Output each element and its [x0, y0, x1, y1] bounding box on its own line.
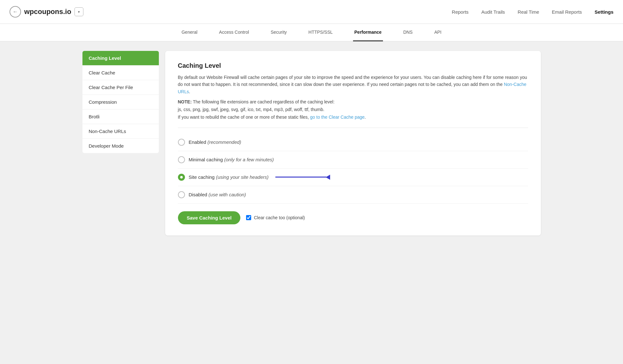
save-section: Save Caching Level Clear cache too (opti… — [178, 211, 528, 224]
tab-access-control[interactable]: Access Control — [218, 24, 250, 41]
sidebar: Caching Level Clear Cache Clear Cache Pe… — [82, 51, 159, 235]
description-text: By default our Website Firewall will cac… — [178, 74, 528, 95]
header-left: ← wpcoupons.io ▾ — [10, 6, 452, 18]
radio-option-minimal[interactable]: Minimal caching (only for a few minutes) — [178, 151, 528, 169]
tab-https-ssl[interactable]: HTTPS/SSL — [307, 24, 334, 41]
nav-real-time[interactable]: Real Time — [518, 9, 539, 15]
back-button[interactable]: ← — [10, 6, 21, 18]
radio-site-caching[interactable] — [178, 174, 185, 181]
sidebar-item-non-cache-urls[interactable]: Non-Cache URLs — [82, 124, 159, 139]
app-header: ← wpcoupons.io ▾ Reports Audit Trails Re… — [0, 0, 623, 24]
radio-option-enabled[interactable]: Enabled (recommended) — [178, 134, 528, 151]
radio-option-disabled[interactable]: Disabled (use with caution) — [178, 186, 528, 204]
radio-label-site-caching: Site caching (using your site headers) — [189, 174, 269, 180]
clear-cache-checkbox-text: Clear cache too (optional) — [254, 215, 305, 220]
site-name: wpcoupons.io — [24, 8, 71, 16]
clear-cache-checkbox[interactable] — [246, 215, 251, 220]
arrow-head — [326, 175, 330, 180]
radio-label-enabled: Enabled (recommended) — [189, 139, 241, 145]
sidebar-item-developer-mode[interactable]: Developer Mode — [82, 139, 159, 153]
content-divider — [178, 128, 528, 128]
nav-reports[interactable]: Reports — [452, 9, 469, 15]
tab-security[interactable]: Security — [269, 24, 288, 41]
tab-dns[interactable]: DNS — [402, 24, 414, 41]
save-caching-level-button[interactable]: Save Caching Level — [178, 211, 241, 224]
nav-settings[interactable]: Settings — [595, 9, 613, 15]
dropdown-icon: ▾ — [78, 10, 80, 14]
sidebar-item-caching-level[interactable]: Caching Level — [82, 51, 159, 66]
nav-email-reports[interactable]: Email Reports — [552, 9, 582, 15]
radio-minimal[interactable] — [178, 156, 185, 163]
radio-disabled[interactable] — [178, 191, 185, 198]
sidebar-item-compression[interactable]: Compression — [82, 95, 159, 109]
sidebar-item-clear-cache[interactable]: Clear Cache — [82, 66, 159, 80]
clear-cache-page-link[interactable]: go to the Clear Cache page — [310, 115, 365, 120]
sidebar-item-brotli[interactable]: Brotli — [82, 109, 159, 124]
sidebar-item-clear-cache-per-file[interactable]: Clear Cache Per File — [82, 80, 159, 95]
tab-performance[interactable]: Performance — [353, 24, 383, 41]
clear-cache-checkbox-label[interactable]: Clear cache too (optional) — [246, 215, 305, 220]
radio-option-site-caching[interactable]: Site caching (using your site headers) — [178, 169, 528, 186]
radio-label-disabled: Disabled (use with caution) — [189, 192, 246, 197]
radio-enabled[interactable] — [178, 139, 185, 146]
main-layout: Caching Level Clear Cache Clear Cache Pe… — [73, 41, 550, 245]
back-icon: ← — [13, 9, 18, 15]
radio-label-minimal: Minimal caching (only for a few minutes) — [189, 157, 274, 162]
header-nav: Reports Audit Trails Real Time Email Rep… — [452, 9, 613, 15]
arrow-line — [275, 177, 326, 178]
tab-general[interactable]: General — [180, 24, 199, 41]
tabs-bar: General Access Control Security HTTPS/SS… — [0, 24, 623, 41]
site-dropdown-button[interactable]: ▾ — [74, 7, 83, 16]
tab-api[interactable]: API — [433, 24, 443, 41]
nav-audit-trails[interactable]: Audit Trails — [481, 9, 505, 15]
section-title: Caching Level — [178, 62, 528, 69]
arrow-annotation — [275, 175, 330, 180]
content-panel: Caching Level By default our Website Fir… — [165, 51, 541, 235]
note-block: NOTE: The following file extensions are … — [178, 98, 528, 121]
